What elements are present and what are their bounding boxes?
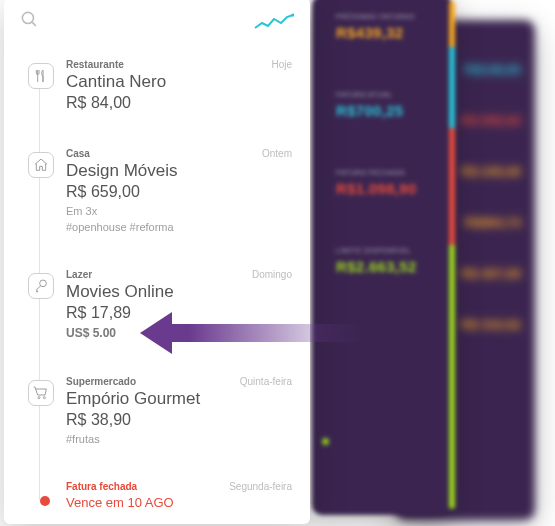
transactions-card: RestauranteHojeCantina NeroR$ 84,00CasaO…: [4, 0, 310, 524]
transaction-title: Movies Online: [66, 282, 292, 302]
svg-line-1: [32, 22, 36, 26]
transaction-category: Supermercado: [66, 376, 136, 387]
transaction-title: Design Móveis: [66, 161, 292, 181]
transaction-feed: RestauranteHojeCantina NeroR$ 84,00CasaO…: [4, 41, 310, 526]
transaction-amount: R$ 17,89: [66, 304, 292, 322]
transaction-title: Empório Gourmet: [66, 389, 292, 409]
racquet-icon: [28, 273, 54, 299]
transaction-amount: R$ 659,00: [66, 183, 292, 201]
available-dot-icon: [322, 438, 329, 445]
transaction-title: Cantina Nero: [66, 72, 292, 92]
summary-label: PRÓXIMAS FATURAS: [336, 13, 438, 20]
summary-value: R$700,25: [336, 102, 438, 119]
summary-back-value: R$ 245,00: [461, 164, 521, 179]
svg-point-6: [38, 397, 40, 399]
transaction-row[interactable]: CasaOntemDesign MóveisR$ 659,00Em 3x#ope…: [22, 130, 292, 251]
transaction-usd: US$ 5.00: [66, 326, 292, 340]
summary-label: LIMITE DISPONÍVEL: [336, 247, 438, 254]
limit-bar: [449, 1, 455, 509]
transaction-day: Quinta-feira: [240, 376, 292, 387]
summary-back-value: R$148,65: [465, 62, 521, 77]
home-icon: [28, 152, 54, 178]
invoice-closed-label: Fatura fechada: [66, 481, 137, 492]
transaction-day: Ontem: [262, 148, 292, 159]
svg-point-7: [43, 397, 45, 399]
transaction-category: Lazer: [66, 269, 92, 280]
invoice-due: Vence em 10 AGO: [66, 495, 292, 510]
summary-value: R$2.663,52: [336, 258, 438, 275]
fork-knife-icon: [28, 63, 54, 89]
summary-label: FATURA ATUAL: [336, 91, 438, 98]
search-icon[interactable]: [20, 10, 39, 33]
transaction-installments: Em 3x: [66, 205, 292, 217]
invoice-closed-row[interactable]: Fatura fechada Segunda-feira Vence em 10…: [22, 463, 292, 526]
svg-point-0: [22, 12, 33, 23]
transaction-day: Domingo: [252, 269, 292, 280]
cart-icon: [28, 380, 54, 406]
summary-label: FATURA FECHADA: [336, 169, 438, 176]
summary-value: R$1.098,90: [336, 180, 438, 197]
transaction-day: Hoje: [271, 59, 292, 70]
transaction-tags: #openhouse #reforma: [66, 221, 292, 233]
summary-back-value: R$ 310,52: [461, 317, 521, 332]
summary-value: R$439,32: [336, 24, 438, 41]
transaction-amount: R$ 38,90: [66, 411, 292, 429]
trend-icon[interactable]: [254, 13, 294, 31]
transaction-category: Casa: [66, 148, 90, 159]
summary-back-value: R$ 407,00: [461, 266, 521, 281]
transaction-row[interactable]: RestauranteHojeCantina NeroR$ 84,00: [22, 41, 292, 130]
transaction-row[interactable]: SupermercadoQuinta-feiraEmpório GourmetR…: [22, 358, 292, 463]
summary-card-mid: PRÓXIMAS FATURASR$439,32FATURA ATUALR$70…: [312, 0, 452, 515]
transaction-row[interactable]: LazerDomingoMovies OnlineR$ 17,89US$ 5.0…: [22, 251, 292, 358]
summary-back-value: R$ 659,00: [461, 113, 521, 128]
transaction-category: Restaurante: [66, 59, 124, 70]
svg-point-3: [40, 280, 47, 287]
transaction-amount: R$ 84,00: [66, 94, 292, 112]
svg-line-4: [36, 286, 40, 290]
dot-icon: [40, 496, 50, 506]
transaction-tags: #frutas: [66, 433, 292, 445]
invoice-closed-day: Segunda-feira: [229, 481, 292, 492]
svg-point-5: [36, 290, 38, 292]
summary-back-value: R$884,74: [465, 215, 521, 230]
